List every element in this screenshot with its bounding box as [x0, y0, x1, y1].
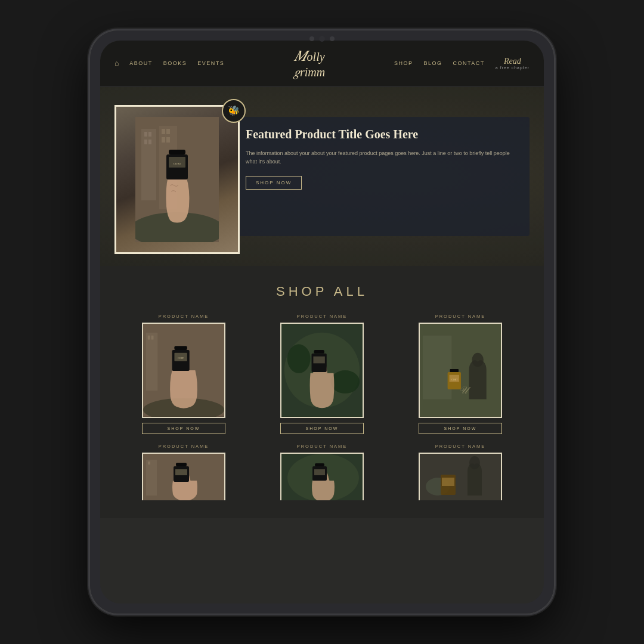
product-image-3: CORT 𝒰: [420, 324, 501, 417]
hero-product-illustration: CORT: [135, 117, 219, 242]
svg-point-27: [287, 344, 311, 373]
svg-rect-55: [442, 478, 454, 486]
svg-rect-12: [169, 150, 185, 154]
product-card-2[interactable]: PRODUCT NAME: [258, 314, 386, 434]
product-card-3[interactable]: PRODUCT NAME: [396, 314, 525, 434]
product-image-frame-1: CORT: [142, 323, 225, 418]
svg-rect-3: [148, 132, 151, 137]
product-image-frame-6: [419, 453, 502, 500]
svg-rect-19: [151, 335, 154, 339]
nav-right: SHOP BLOG CONTACT Read a free chapter: [394, 57, 530, 70]
product-name-4: PRODUCT NAME: [159, 444, 209, 449]
nav-about[interactable]: ABOUT: [129, 60, 153, 66]
product-name-3: PRODUCT NAME: [435, 314, 486, 319]
product-name-5: PRODUCT NAME: [297, 444, 348, 449]
hero-shop-now-button[interactable]: SHOP NOW: [246, 176, 302, 190]
product-card-4[interactable]: PRODUCT NAME: [119, 444, 248, 500]
product-1-illustration: CORT: [143, 323, 224, 418]
product-shop-btn-2[interactable]: SHOP NOW: [280, 423, 364, 434]
product-6-illustration: [420, 454, 502, 500]
logo-rimm: rimm: [300, 66, 325, 79]
svg-point-34: [472, 353, 483, 367]
navigation: ⌂ ABOUT BOOKS EVENTS 𝑀olly 𝑔rimm SHOP BL…: [100, 41, 544, 87]
svg-text:CORT: CORT: [451, 378, 458, 380]
svg-rect-4: [144, 140, 147, 144]
product-3-illustration: CORT 𝒰: [420, 323, 501, 418]
website-content: ⌂ ABOUT BOOKS EVENTS 𝑀olly 𝑔rimm SHOP BL…: [100, 41, 544, 603]
product-2-illustration: [281, 323, 363, 418]
hero-image-frame: CORT: [114, 105, 240, 254]
nav-books[interactable]: BOOKS: [163, 60, 187, 66]
product-image-frame-2: [280, 323, 364, 418]
svg-rect-45: [175, 469, 187, 475]
product-card-1[interactable]: PRODUCT NAME: [119, 314, 248, 434]
svg-rect-21: [174, 346, 187, 350]
svg-rect-5: [148, 140, 151, 144]
site-logo[interactable]: 𝑀olly 𝑔rimm: [293, 48, 325, 79]
svg-text:CORT: CORT: [178, 357, 184, 359]
shop-all-title: SHOP ALL: [114, 284, 530, 299]
nav-events[interactable]: EVENTS: [197, 60, 224, 66]
product-image-frame-3: CORT 𝒰: [419, 323, 502, 418]
home-icon[interactable]: ⌂: [114, 59, 119, 68]
svg-rect-50: [314, 469, 325, 475]
svg-rect-41: [146, 460, 157, 496]
hero-text-block: Featured Product Title Goes Here The inf…: [234, 117, 530, 236]
product-card-5[interactable]: PRODUCT NAME: [258, 444, 386, 500]
svg-rect-29: [314, 350, 324, 354]
svg-text:CORT: CORT: [173, 162, 181, 165]
hero-image-placeholder: CORT: [116, 107, 238, 252]
product-image-2: [281, 324, 363, 417]
hero-content: CORT 🐝 Fe: [100, 87, 544, 266]
svg-rect-10: [166, 137, 170, 143]
product-image-frame-4: [142, 453, 225, 500]
svg-point-52: [469, 456, 480, 469]
product-grid-top: PRODUCT NAME: [119, 314, 525, 434]
hero-product-image-wrapper: CORT 🐝: [114, 105, 240, 254]
bee-icon: 🐝: [228, 105, 240, 116]
camera-dot-3: [330, 36, 335, 41]
shop-section: SHOP ALL PRODUCT NAME: [100, 266, 544, 518]
logo-olly: olly: [307, 50, 325, 63]
logo-g: 𝑔: [293, 64, 300, 79]
hero-section: CORT 🐝 Fe: [100, 87, 544, 266]
product-shop-btn-3[interactable]: SHOP NOW: [419, 423, 502, 434]
product-name-2: PRODUCT NAME: [297, 314, 348, 319]
tablet-screen: ⌂ ABOUT BOOKS EVENTS 𝑀olly 𝑔rimm SHOP BL…: [100, 41, 544, 603]
product-card-6[interactable]: PRODUCT NAME: [396, 444, 525, 500]
bee-badge: 🐝: [222, 99, 246, 123]
svg-rect-42: [148, 462, 150, 465]
camera-dot-1: [309, 36, 314, 41]
camera-dot-main: [319, 36, 325, 42]
nav-left: ⌂ ABOUT BOOKS EVENTS: [114, 59, 224, 68]
svg-point-28: [331, 370, 360, 394]
svg-rect-2: [144, 132, 147, 137]
read-sub-label: a free chapter: [496, 66, 530, 70]
product-name-6: PRODUCT NAME: [435, 444, 486, 449]
tablet-camera-bar: [309, 36, 335, 42]
svg-rect-8: [166, 129, 170, 134]
product-4-illustration: [143, 454, 225, 500]
product-5-illustration: [281, 454, 364, 500]
product-image-6: [420, 454, 502, 500]
hero-title: Featured Product Title Goes Here: [246, 126, 518, 142]
nav-blog[interactable]: BLOG: [423, 60, 442, 66]
svg-rect-35: [450, 369, 459, 372]
svg-rect-17: [146, 333, 157, 391]
product-image-4: [143, 454, 225, 500]
product-image-frame-5: [280, 453, 364, 500]
hero-description: The information about your about your fe…: [246, 149, 518, 166]
svg-rect-33: [423, 335, 452, 399]
nav-shop[interactable]: SHOP: [394, 60, 413, 66]
svg-rect-31: [313, 356, 324, 363]
product-image-1: CORT: [143, 324, 224, 417]
product-grid-bottom: PRODUCT NAME: [119, 444, 525, 500]
product-image-5: [281, 454, 364, 500]
nav-contact[interactable]: CONTACT: [453, 60, 484, 66]
tablet-frame: ⌂ ABOUT BOOKS EVENTS 𝑀olly 𝑔rimm SHOP BL…: [89, 30, 555, 614]
nav-read-cta[interactable]: Read a free chapter: [496, 57, 530, 70]
svg-rect-48: [315, 463, 324, 466]
product-shop-btn-1[interactable]: SHOP NOW: [142, 423, 225, 434]
svg-rect-7: [162, 129, 165, 134]
read-label: Read: [496, 57, 530, 66]
